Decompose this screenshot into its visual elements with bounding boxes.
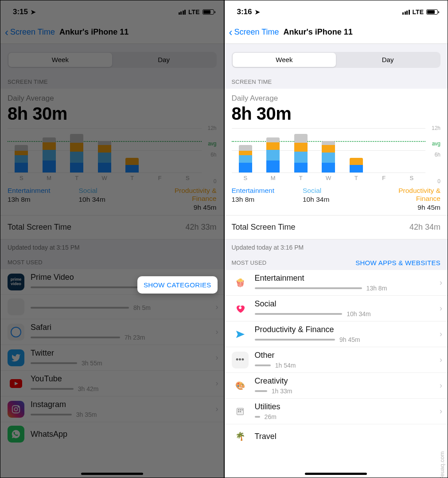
daily-average-label: Daily Average xyxy=(232,94,441,103)
total-label: Total Screen Time xyxy=(232,223,296,232)
back-button[interactable]: Screen Time xyxy=(10,27,55,37)
usage-chart[interactable]: 12h avg 6h 0 SMTWTFS xyxy=(8,128,217,181)
signal-icon xyxy=(402,10,410,15)
section-screen-time: SCREEN TIME xyxy=(225,72,448,89)
safari-icon xyxy=(8,324,24,341)
total-value: 42h 33m xyxy=(185,223,216,232)
status-bar: 3:15 ➤ LTE xyxy=(0,0,224,21)
chevron-right-icon: › xyxy=(216,404,218,414)
total-label: Total Screen Time xyxy=(8,223,71,232)
cat-productivity: Productivity & Finance xyxy=(150,187,217,203)
daily-average-card: Daily Average 8h 30m 12h avg 6h 0 SMTWTF… xyxy=(225,89,448,215)
svg-rect-15 xyxy=(240,411,241,412)
location-icon: ➤ xyxy=(31,8,36,16)
svg-rect-14 xyxy=(238,411,239,412)
chevron-right-icon: › xyxy=(216,327,218,337)
location-icon: ➤ xyxy=(255,8,260,16)
chevron-right-icon: › xyxy=(440,278,442,287)
most-used-list: 🍿 Entertainment 13h 8m › Social 10h 34m … xyxy=(225,270,448,448)
utilities-icon xyxy=(232,403,249,420)
home-indicator[interactable] xyxy=(305,473,367,475)
prime-video-icon: primevideo xyxy=(8,274,24,290)
avg-label: avg xyxy=(208,141,216,147)
y-label-6: 6h xyxy=(210,152,216,158)
entertainment-icon: 🍿 xyxy=(232,274,249,291)
list-item[interactable]: 🍿 Entertainment 13h 8m › xyxy=(225,270,448,296)
segmented-control[interactable]: Week Day xyxy=(8,52,217,68)
svg-point-8 xyxy=(18,406,19,407)
list-item[interactable]: Social 10h 34m › xyxy=(225,296,448,321)
nav-header: ‹ Screen Time Ankur's iPhone 11 xyxy=(225,21,448,44)
tab-week[interactable]: Week xyxy=(8,53,112,67)
page-title: Ankur's iPhone 11 xyxy=(284,27,353,37)
y-label-12: 12h xyxy=(432,125,440,131)
back-chevron-icon[interactable]: ‹ xyxy=(229,26,233,39)
segmented-control[interactable]: Week Day xyxy=(232,52,441,68)
watermark: www.deuaq.com xyxy=(439,451,445,478)
category-summary: Entertainment 13h 8m Social 10h 34m Prod… xyxy=(232,187,441,212)
daily-average-value: 8h 30m xyxy=(232,104,441,124)
svg-point-7 xyxy=(14,407,17,411)
instagram-icon xyxy=(8,401,24,418)
clock-label: 3:15 xyxy=(13,8,28,16)
svg-point-1 xyxy=(12,328,20,337)
other-icon: ••• xyxy=(232,352,249,368)
show-categories-menu[interactable]: SHOW CATEGORIES xyxy=(137,276,218,294)
chevron-right-icon: › xyxy=(440,304,442,313)
cat-productivity: Productivity & Finance xyxy=(374,187,441,203)
signal-icon xyxy=(179,10,186,15)
most-used-list: primevideo Prime Video 9h 1m › 8h 5m › S… xyxy=(0,269,224,446)
youtube-icon xyxy=(8,375,24,392)
svg-rect-11 xyxy=(238,409,239,411)
back-chevron-icon[interactable]: ‹ xyxy=(5,26,8,39)
productivity-icon xyxy=(232,326,249,343)
total-row[interactable]: Total Screen Time 42h 33m xyxy=(0,215,224,239)
list-item[interactable]: Productivity & Finance 9h 45m › xyxy=(225,321,448,347)
cat-social: Social xyxy=(79,187,146,195)
daily-average-value: 8h 30m xyxy=(8,104,217,124)
updated-label: Updated today at 3:15 PM xyxy=(0,239,224,253)
list-item[interactable]: Safari 7h 23m › xyxy=(0,319,224,345)
whatsapp-icon xyxy=(8,426,24,443)
list-item[interactable]: 🌴 Travel xyxy=(225,424,448,448)
most-used-label: MOST USED xyxy=(232,259,267,266)
chevron-right-icon: › xyxy=(440,355,442,364)
total-row[interactable]: Total Screen Time 42h 34m xyxy=(225,215,448,239)
home-indicator[interactable] xyxy=(81,473,143,475)
list-item[interactable]: Utilities 26m › xyxy=(225,399,448,424)
list-item[interactable]: ••• Other 1h 54m › xyxy=(225,347,448,373)
phone-right: 3:16 ➤ LTE ‹ Screen Time Ankur's iPhone … xyxy=(224,0,448,478)
travel-icon: 🌴 xyxy=(232,428,249,445)
chevron-right-icon: › xyxy=(440,329,442,339)
battery-icon xyxy=(203,9,214,15)
back-button[interactable]: Screen Time xyxy=(234,27,279,37)
chevron-right-icon: › xyxy=(216,353,218,362)
chevron-right-icon: › xyxy=(440,407,442,416)
category-summary: Entertainment 13h 8m Social 10h 34m Prod… xyxy=(8,187,217,212)
status-bar: 3:16 ➤ LTE xyxy=(225,0,448,21)
y-label-12: 12h xyxy=(207,125,216,131)
section-most-used: MOST USED xyxy=(0,253,224,269)
tab-day[interactable]: Day xyxy=(112,53,216,67)
network-label: LTE xyxy=(413,8,424,16)
usage-chart[interactable]: 12h avg 6h 0 SMTWTFS xyxy=(232,128,441,181)
list-item[interactable]: 8h 5m › xyxy=(0,295,224,319)
chevron-right-icon: › xyxy=(216,302,218,312)
tab-day[interactable]: Day xyxy=(336,53,440,67)
cat-entertainment: Entertainment xyxy=(8,187,74,195)
section-most-used: MOST USED SHOW APPS & WEBSITES xyxy=(225,253,448,270)
cat-social: Social xyxy=(303,187,370,195)
battery-icon xyxy=(426,9,438,15)
creativity-icon: 🎨 xyxy=(232,377,249,394)
list-item[interactable]: YouTube 3h 42m › xyxy=(0,371,224,396)
show-apps-button[interactable]: SHOW APPS & WEBSITES xyxy=(355,259,440,266)
y-label-0: 0 xyxy=(437,178,440,184)
list-item[interactable]: 🎨 Creativity 1h 33m › xyxy=(225,373,448,399)
phone-left: 3:15 ➤ LTE ‹ Screen Time Ankur's iPhone … xyxy=(0,0,224,478)
svg-point-9 xyxy=(239,306,242,309)
tab-week[interactable]: Week xyxy=(233,53,336,67)
svg-rect-12 xyxy=(240,409,241,411)
list-item[interactable]: WhatsApp xyxy=(0,422,224,446)
list-item[interactable]: Twitter 3h 55m › xyxy=(0,345,224,371)
list-item[interactable]: Instagram 3h 35m › xyxy=(0,396,224,422)
